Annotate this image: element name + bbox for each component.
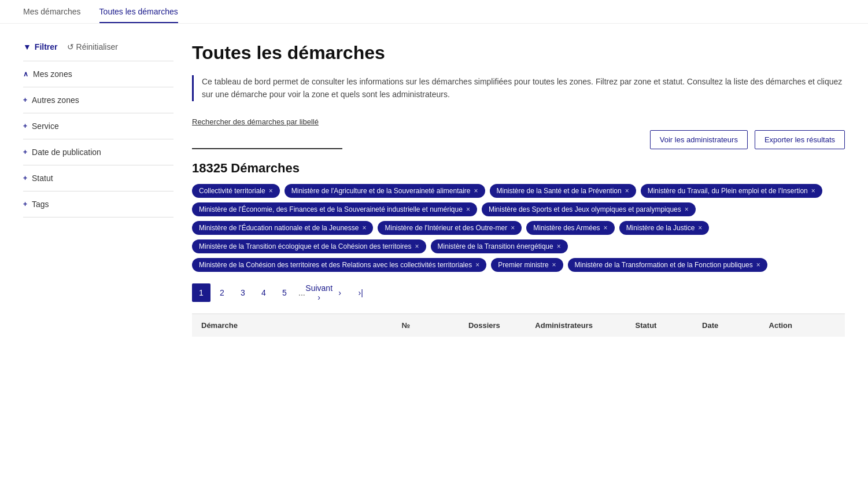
nav-item-toutes-demarches[interactable]: Toutes les démarches — [99, 7, 178, 23]
filter-icon: ▼ — [23, 42, 31, 51]
collapse-icon: ∧ — [23, 70, 28, 78]
tag-label: Ministère de la Transition écologique et… — [199, 242, 412, 250]
filter-section-service[interactable]: + Service — [23, 113, 173, 139]
tag-label: Ministère de la Transformation et de la … — [575, 261, 753, 269]
filter-section-autres-zones[interactable]: + Autres zones — [23, 87, 173, 113]
filter-section-statut[interactable]: + Statut — [23, 165, 173, 191]
reset-label: Réinitialiser — [76, 42, 118, 51]
expand-icon-service: + — [23, 122, 27, 130]
tag-remove-icon[interactable]: × — [698, 224, 702, 232]
tag-remove-icon[interactable]: × — [557, 242, 561, 250]
results-count: 18325 Démarches — [192, 161, 845, 176]
tag-label: Ministère de la Justice — [626, 224, 695, 232]
table-header-date: Date — [702, 321, 769, 330]
tag-chip: Ministère de l'Éducation nationale et de… — [192, 221, 373, 235]
search-row: Rechercher des démarches par libellé Voi… — [192, 117, 845, 149]
tag-label: Premier ministre — [498, 261, 548, 269]
section-label-tags: Tags — [32, 200, 49, 209]
voir-administrateurs-button[interactable]: Voir les administrateurs — [650, 130, 748, 149]
reset-icon: ↺ — [67, 42, 74, 51]
tag-label: Ministère de l'Éducation nationale et de… — [199, 224, 359, 232]
page-button-2[interactable]: 2 — [213, 283, 231, 302]
tag-label: Collectivité territoriale — [199, 187, 265, 195]
tag-remove-icon[interactable]: × — [604, 224, 608, 232]
section-label-mes-zones: Mes zones — [33, 69, 72, 79]
tag-chip: Premier ministre× — [491, 258, 563, 272]
tag-label: Ministère de l'Agriculture et de la Souv… — [291, 187, 471, 195]
tag-label: Ministère de la Cohésion des territoires… — [199, 261, 472, 269]
exporter-resultats-button[interactable]: Exporter les résultats — [755, 130, 845, 149]
filter-section-mes-zones[interactable]: ∧ Mes zones — [23, 61, 173, 87]
nav-item-mes-demarches[interactable]: Mes démarches — [23, 7, 81, 23]
reset-button[interactable]: ↺ Réinitialiser — [67, 42, 118, 51]
top-navigation: Mes démarches Toutes les démarches — [0, 0, 868, 24]
count-label: Démarches — [231, 161, 300, 175]
page-button-1[interactable]: 1 — [192, 283, 210, 302]
section-label-service: Service — [32, 121, 59, 131]
tag-remove-icon[interactable]: × — [362, 224, 366, 232]
tag-remove-icon[interactable]: × — [552, 261, 556, 269]
table-header-№: № — [401, 321, 468, 330]
tag-chip: Ministère de la Transition écologique et… — [192, 239, 426, 253]
tag-chip: Ministère de la Cohésion des territoires… — [192, 258, 486, 272]
tag-label: Ministère des Sports et des Jeux olympiq… — [489, 205, 681, 213]
section-label-autres-zones: Autres zones — [32, 95, 79, 105]
filter-button[interactable]: ▼ Filtrer — [23, 42, 58, 51]
filter-section-tags[interactable]: + Tags — [23, 191, 173, 217]
tag-label: Ministère de l'Intérieur et des Outre-me… — [385, 224, 507, 232]
filter-header: ▼ Filtrer ↺ Réinitialiser — [23, 42, 173, 51]
tag-chip: Ministère du Travail, du Plein emploi et… — [641, 184, 822, 198]
tag-chip: Ministère de la Transformation et de la … — [568, 258, 767, 272]
info-text: Ce tableau de bord permet de consulter l… — [202, 77, 842, 99]
table-header-action: Action — [769, 321, 836, 330]
expand-icon-tags: + — [23, 200, 27, 208]
pagination-last-button[interactable]: ›| — [352, 283, 370, 302]
tag-remove-icon[interactable]: × — [466, 205, 470, 213]
filter-label: Filtrer — [35, 42, 58, 51]
count-number: 18325 — [192, 161, 227, 175]
tag-remove-icon[interactable]: × — [756, 261, 760, 269]
tag-label: Ministère de la Transition énergétique — [438, 242, 553, 250]
pagination-next-button[interactable]: Suivant › — [310, 283, 328, 302]
filter-section-date-publication[interactable]: + Date de publication — [23, 139, 173, 165]
tag-remove-icon[interactable]: × — [269, 187, 273, 195]
tag-chip: Ministère de l'Intérieur et des Outre-me… — [378, 221, 522, 235]
expand-icon-date: + — [23, 148, 27, 156]
tag-chip: Collectivité territoriale× — [192, 184, 280, 198]
tag-chip: Ministère des Sports et des Jeux olympiq… — [482, 202, 696, 216]
page-button-3[interactable]: 3 — [234, 283, 252, 302]
expand-icon-statut: + — [23, 174, 27, 182]
sidebar: ▼ Filtrer ↺ Réinitialiser ∧ Mes zones + … — [23, 42, 173, 337]
table-header: Démarche№DossiersAdministrateursStatutDa… — [192, 314, 845, 337]
tag-chip: Ministère de l'Agriculture et de la Souv… — [285, 184, 485, 198]
page-button-4[interactable]: 4 — [254, 283, 273, 302]
page-button-5[interactable]: 5 — [275, 283, 294, 302]
tag-label: Ministère des Armées — [533, 224, 600, 232]
action-buttons: Voir les administrateurs Exporter les ré… — [650, 130, 845, 149]
table-header-statut: Statut — [636, 321, 702, 330]
tags-area: Collectivité territoriale×Ministère de l… — [192, 184, 845, 272]
search-label-start: Rechercher des démarches par — [192, 117, 300, 126]
tag-remove-icon[interactable]: × — [474, 187, 478, 195]
tag-remove-icon[interactable]: × — [475, 261, 479, 269]
expand-icon-autres-zones: + — [23, 96, 27, 104]
tag-remove-icon[interactable]: × — [811, 187, 815, 195]
page-content: ▼ Filtrer ↺ Réinitialiser ∧ Mes zones + … — [0, 24, 868, 348]
pagination-chevron-button[interactable]: › — [331, 283, 349, 302]
tag-remove-icon[interactable]: × — [511, 224, 515, 232]
pagination: 12345...Suivant ›››| — [192, 283, 845, 302]
page-title: Toutes les démarches — [192, 42, 845, 64]
table-header-administrateurs: Administrateurs — [535, 321, 635, 330]
main-content: Toutes les démarches Ce tableau de bord … — [192, 42, 845, 337]
tag-remove-icon[interactable]: × — [625, 187, 629, 195]
search-input[interactable] — [192, 128, 342, 149]
tag-label: Ministère de la Santé et de la Préventio… — [497, 187, 622, 195]
tag-remove-icon[interactable]: × — [415, 242, 419, 250]
tag-remove-icon[interactable]: × — [685, 205, 689, 213]
section-label-statut: Statut — [32, 174, 53, 183]
search-group: Rechercher des démarches par libellé — [192, 117, 342, 149]
tag-chip: Ministère de la Justice× — [619, 221, 710, 235]
search-label: Rechercher des démarches par libellé — [192, 117, 342, 126]
search-label-highlight: libellé — [300, 117, 319, 126]
table-header-dossiers: Dossiers — [468, 321, 535, 330]
